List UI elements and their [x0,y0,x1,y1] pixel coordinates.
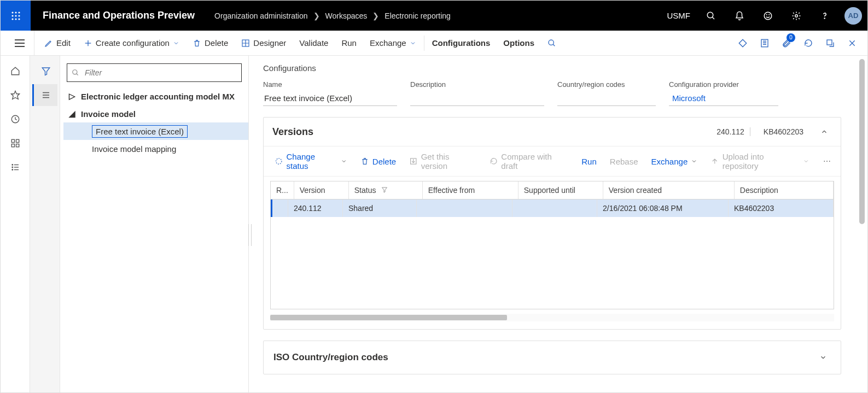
upload-repo-button: Upload into repository [705,150,815,173]
svg-rect-24 [761,39,768,47]
diamond-icon [738,38,748,48]
svg-point-4 [15,15,16,16]
chevron-right-icon: ❯ [313,11,320,20]
run-button[interactable]: Run [335,31,363,55]
collapse-button[interactable] [817,124,832,139]
rail-recent-button[interactable] [3,108,28,130]
svg-point-6 [11,18,13,20]
refresh-icon [803,38,813,48]
version-delete-button[interactable]: Delete [355,155,401,168]
versions-card: Versions 240.112 KB4602203 Change status [263,117,841,330]
v-scrollbar[interactable] [858,59,866,389]
tab-configurations[interactable]: Configurations [426,31,497,55]
search-button[interactable] [697,1,725,31]
description-field[interactable] [410,91,544,106]
diamond-button[interactable] [732,31,754,55]
col-supported-until[interactable]: Supported until [518,181,603,200]
iso-card: ISO Country/region codes [263,341,841,374]
name-field[interactable]: Free text invoice (Excel) [263,91,397,106]
scrollbar-thumb[interactable] [270,315,507,320]
feedback-button[interactable] [754,1,782,31]
expand-button[interactable] [815,350,831,365]
avatar[interactable]: AD [844,7,862,25]
col-status[interactable]: Status [348,181,422,200]
refresh-button[interactable] [797,31,819,55]
tree-node[interactable]: ▷ Electronic ledger accounting model MX [63,87,248,105]
nav-toggle-button[interactable] [5,31,34,56]
chevron-down-icon [819,354,827,361]
attachments-button[interactable]: 0 [776,31,797,55]
more-actions-button[interactable]: ⋯ [819,157,835,166]
compare-draft-button: Compare with draft [484,150,574,173]
validate-button[interactable]: Validate [293,31,335,55]
app-launcher-button[interactable] [1,1,31,31]
rebase-label: Rebase [610,157,638,166]
pencil-icon [44,39,53,48]
filter-box[interactable] [67,63,242,82]
delete-button[interactable]: Delete [186,31,235,55]
breadcrumb-item[interactable]: Workspaces [325,11,368,20]
chevron-down-icon [173,40,179,46]
col-version[interactable]: Version [294,181,348,200]
company-picker[interactable]: USMF [667,11,697,20]
topbar: Finance and Operations Preview Organizat… [1,1,867,31]
change-status-button[interactable]: Change status [269,150,353,173]
col-created[interactable]: Version created [603,181,734,200]
open-office-button[interactable] [754,31,776,55]
action-search-button[interactable] [541,31,563,55]
table-row[interactable]: 240.112 Shared 2/16/2021 06:08:48 PM KB4… [272,200,834,217]
create-configuration-button[interactable]: Create configuration [77,31,186,55]
get-version-label: Get this version [421,152,476,171]
svg-rect-33 [16,144,19,147]
col-status-label: Status [354,186,376,195]
col-description[interactable]: Description [734,181,833,200]
svg-point-44 [73,70,77,74]
versions-toolbar: Change status Delete Get this version [264,146,841,177]
version-summary: 240.112 [711,127,750,136]
help-icon [820,11,830,21]
svg-point-3 [11,15,13,16]
svg-rect-25 [827,40,832,45]
settings-button[interactable] [782,1,811,31]
svg-point-15 [824,17,825,18]
rail-workspaces-button[interactable] [3,132,28,154]
designer-button[interactable]: Designer [235,31,293,55]
popout-button[interactable] [819,31,841,55]
tree-node[interactable]: Free text invoice (Excel) [63,122,248,140]
breadcrumb-item[interactable]: Organization administration [214,11,307,20]
tree-node[interactable]: Invoice model mapping [63,140,248,157]
scrollbar-thumb[interactable] [859,59,865,224]
cell-supported-until [512,200,597,217]
filter-pane-button[interactable] [32,60,57,82]
side-pane [30,56,60,392]
version-exchange-button[interactable]: Exchange [646,155,703,168]
col-r[interactable]: R... [271,181,294,200]
exchange-button[interactable]: Exchange [363,31,423,55]
chevron-right-icon: ❯ [372,11,379,20]
rail-favorites-button[interactable] [3,84,28,106]
breadcrumb-item[interactable]: Electronic reporting [385,11,451,20]
run-label: Run [341,38,357,48]
version-run-button[interactable]: Run [576,155,602,168]
svg-marker-48 [382,187,387,192]
list-pane-button[interactable] [32,84,57,106]
rail-home-button[interactable] [3,60,28,82]
edit-button[interactable]: Edit [38,31,77,55]
notifications-button[interactable] [725,1,754,31]
svg-point-9 [707,12,713,18]
close-button[interactable] [841,31,863,55]
col-effective-from[interactable]: Effective from [422,181,518,200]
provider-link[interactable]: Microsoft [669,91,778,106]
splitter-handle[interactable] [248,224,252,246]
tree-node[interactable]: ◢ Invoice model [63,105,248,122]
country-codes-field[interactable] [557,91,656,106]
field-label: Configuration provider [669,80,778,89]
svg-point-2 [18,11,20,13]
tab-options[interactable]: Options [497,31,541,55]
lines-icon [41,90,51,100]
help-button[interactable] [811,1,839,31]
rail-modules-button[interactable] [3,156,28,178]
filter-input[interactable] [84,68,237,78]
h-scrollbar[interactable] [270,314,834,321]
svg-rect-31 [16,139,19,142]
